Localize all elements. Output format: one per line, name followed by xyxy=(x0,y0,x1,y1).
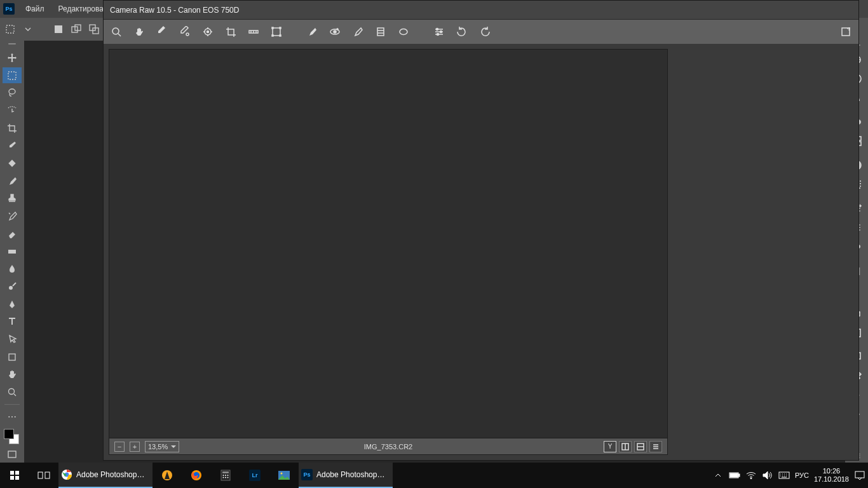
svg-rect-60 xyxy=(10,476,14,480)
tray-chevron-up-icon[interactable] xyxy=(712,470,724,481)
cr-white-balance-tool[interactable] xyxy=(154,24,170,39)
taskbar-calculator[interactable] xyxy=(211,463,240,488)
marquee-tool[interactable] xyxy=(3,67,22,84)
taskbar-lightroom[interactable]: Lr xyxy=(240,463,269,488)
subtract-selection-icon[interactable] xyxy=(88,23,100,36)
start-button[interactable] xyxy=(0,463,29,488)
task-view-button[interactable] xyxy=(29,463,58,488)
pen-tool[interactable] xyxy=(3,296,22,313)
date-label: 17.10.2018 xyxy=(814,475,849,484)
cr-crop-tool[interactable] xyxy=(223,24,238,39)
svg-rect-58 xyxy=(10,471,14,475)
lang-indicator[interactable]: РУС xyxy=(795,471,809,479)
camera-raw-image[interactable] xyxy=(109,49,668,438)
color-swatches[interactable] xyxy=(4,429,20,445)
cr-straighten-tool[interactable] xyxy=(246,24,261,39)
windows-taskbar: Adobe Photoshop ... Lr Ps Adobe Photosho… xyxy=(0,463,868,488)
svg-point-75 xyxy=(225,477,226,478)
zoom-tool[interactable] xyxy=(3,384,22,400)
zoom-in-button[interactable]: + xyxy=(130,442,140,452)
volume-icon[interactable] xyxy=(762,470,773,481)
cr-targeted-tool[interactable] xyxy=(200,24,215,39)
move-tool[interactable] xyxy=(3,50,22,66)
lasso-tool[interactable] xyxy=(3,85,22,101)
notifications-icon[interactable] xyxy=(854,470,865,481)
cr-rotate-ccw[interactable] xyxy=(454,24,470,39)
before-after-1[interactable] xyxy=(619,441,632,452)
heal-tool[interactable] xyxy=(3,155,22,172)
svg-rect-62 xyxy=(38,472,43,478)
cr-prefs-tool[interactable] xyxy=(431,24,447,39)
svg-point-52 xyxy=(437,29,438,30)
fg-color[interactable] xyxy=(4,429,14,439)
cr-rotate-cw[interactable] xyxy=(477,24,492,39)
svg-point-76 xyxy=(227,477,229,478)
zoom-out-button[interactable]: − xyxy=(114,442,125,452)
svg-point-51 xyxy=(400,29,407,35)
new-selection-icon[interactable] xyxy=(52,23,65,36)
cr-hand-tool[interactable] xyxy=(132,24,147,39)
taskbar-aimp[interactable] xyxy=(153,463,182,488)
eyedropper-tool[interactable] xyxy=(3,138,22,154)
svg-point-74 xyxy=(223,477,224,478)
cr-fullscreen[interactable] xyxy=(838,24,853,39)
camera-raw-window: Camera Raw 10.5 - Canon EOS 750D − + 13,… xyxy=(103,0,859,461)
svg-rect-81 xyxy=(730,473,738,477)
menu-file[interactable]: Файл xyxy=(19,0,51,18)
cr-spot-removal-tool[interactable] xyxy=(304,24,320,39)
svg-point-17 xyxy=(9,389,15,395)
svg-rect-70 xyxy=(222,471,229,473)
taskbar-firefox[interactable] xyxy=(182,463,211,488)
edit-toolbar[interactable]: ⋯ xyxy=(3,409,22,425)
screen-mode[interactable] xyxy=(3,446,22,463)
preview-toggle[interactable]: Y xyxy=(604,441,616,452)
svg-point-54 xyxy=(437,34,439,36)
cr-graduated-filter-tool[interactable] xyxy=(373,24,388,39)
before-after-menu[interactable] xyxy=(649,441,662,452)
blur-tool[interactable] xyxy=(3,261,22,277)
add-selection-icon[interactable] xyxy=(70,23,83,36)
svg-point-15 xyxy=(9,286,13,290)
svg-point-41 xyxy=(207,31,209,33)
quick-select-tool[interactable] xyxy=(3,102,22,119)
svg-rect-1 xyxy=(55,25,62,33)
svg-rect-18 xyxy=(8,451,16,458)
battery-icon[interactable] xyxy=(729,470,740,481)
ps-logo[interactable]: Ps xyxy=(0,0,18,18)
eraser-tool[interactable] xyxy=(3,226,22,242)
wifi-icon[interactable] xyxy=(745,470,757,481)
keyboard-icon[interactable] xyxy=(778,470,790,481)
svg-rect-84 xyxy=(855,471,864,478)
cr-redeye-tool[interactable] xyxy=(327,24,342,39)
cr-transform-tool[interactable] xyxy=(269,24,284,39)
history-brush-tool[interactable] xyxy=(3,208,22,224)
hand-tool[interactable] xyxy=(3,367,22,383)
shape-tool[interactable] xyxy=(3,349,22,365)
svg-rect-59 xyxy=(15,471,19,475)
svg-point-53 xyxy=(440,31,442,33)
cr-zoom-tool[interactable] xyxy=(109,24,124,39)
type-tool[interactable] xyxy=(3,314,22,330)
crop-tool[interactable] xyxy=(3,120,22,137)
taskbar-photoshop-label: Adobe Photoshop ... xyxy=(316,470,390,479)
brush-tool[interactable] xyxy=(3,173,22,189)
taskbar-chrome[interactable]: Adobe Photoshop ... xyxy=(58,463,153,488)
path-select-tool[interactable] xyxy=(3,331,22,348)
drag-handle-icon[interactable] xyxy=(8,43,16,44)
before-after-2[interactable] xyxy=(634,441,647,452)
taskbar-photoshop[interactable]: Ps Adobe Photoshop ... xyxy=(299,463,393,488)
marquee-tool-preset-icon[interactable] xyxy=(4,23,17,36)
clock[interactable]: 10:26 17.10.2018 xyxy=(814,467,849,484)
svg-rect-16 xyxy=(9,354,15,360)
zoom-select[interactable]: 13,5% xyxy=(145,441,179,452)
cr-adjustment-brush-tool[interactable] xyxy=(350,24,365,39)
tool-separator xyxy=(4,404,20,405)
stamp-tool[interactable] xyxy=(3,191,22,207)
cr-radial-filter-tool[interactable] xyxy=(396,24,411,39)
taskbar-photos[interactable] xyxy=(269,463,299,488)
system-tray: РУС 10:26 17.10.2018 xyxy=(712,467,868,484)
dodge-tool[interactable] xyxy=(3,278,22,295)
cr-color-sampler-tool[interactable] xyxy=(177,24,193,39)
gradient-tool[interactable] xyxy=(3,243,22,260)
chevron-down-icon[interactable] xyxy=(22,23,34,36)
